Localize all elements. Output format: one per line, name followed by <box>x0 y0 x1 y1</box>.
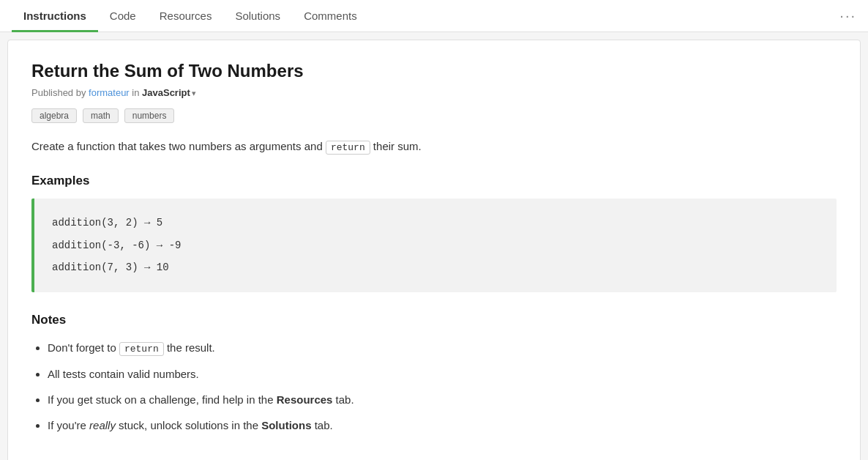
note-1-code: return <box>119 342 164 356</box>
note-item-3: If you get stuck on a challenge, find he… <box>48 390 837 409</box>
challenge-title: Return the Sum of Two Numbers <box>31 61 837 81</box>
note-item-1: Don't forget to return the result. <box>48 338 837 357</box>
example-line-3: addition(7, 3) → 10 <box>52 256 819 279</box>
description-start: Create a function that takes two numbers… <box>31 140 326 152</box>
description: Create a function that takes two numbers… <box>31 138 837 156</box>
tags-container: algebra math numbers <box>31 108 837 123</box>
note-4-suffix: tab. <box>312 419 333 431</box>
note-3-bold: Resources <box>277 393 333 406</box>
note-4-bold: Solutions <box>261 419 311 431</box>
description-end: their sum. <box>370 140 422 152</box>
tag-algebra[interactable]: algebra <box>31 108 77 123</box>
tag-math[interactable]: math <box>83 108 119 123</box>
language-dropdown-icon[interactable]: ▾ <box>192 89 196 97</box>
tab-solutions[interactable]: Solutions <box>223 1 292 32</box>
published-by: Published by formateur in JavaScript▾ <box>31 87 837 98</box>
main-content: Return the Sum of Two Numbers Published … <box>7 40 861 460</box>
note-3-prefix: If you get stuck on a challenge, find he… <box>48 393 277 406</box>
tab-comments[interactable]: Comments <box>292 1 369 32</box>
note-4-middle: stuck, unlock solutions in the <box>116 419 261 431</box>
notes-section: Notes Don't forget to return the result.… <box>31 313 837 434</box>
note-4-prefix: If you're <box>48 419 89 431</box>
note-1-suffix: the result. <box>164 341 215 354</box>
note-item-4: If you're really stuck, unlock solutions… <box>48 415 837 435</box>
published-prefix: Published by <box>31 87 89 98</box>
examples-block: addition(3, 2) → 5 addition(-3, -6) → -9… <box>31 199 837 292</box>
nav-bar: Instructions Code Resources Solutions Co… <box>0 0 868 32</box>
nav-tabs: Instructions Code Resources Solutions Co… <box>12 0 369 31</box>
notes-list: Don't forget to return the result. All t… <box>31 338 837 434</box>
language-label: JavaScript <box>142 87 190 98</box>
examples-heading: Examples <box>31 174 837 188</box>
example-line-1: addition(3, 2) → 5 <box>52 212 819 234</box>
tab-instructions[interactable]: Instructions <box>12 1 98 32</box>
note-1-prefix: Don't forget to <box>48 341 119 354</box>
note-3-suffix: tab. <box>332 393 353 406</box>
description-code: return <box>326 141 370 155</box>
note-2-text: All tests contain valid numbers. <box>48 368 199 380</box>
tab-resources[interactable]: Resources <box>148 1 224 32</box>
published-in: in <box>130 87 142 98</box>
note-4-italic: really <box>89 419 116 431</box>
notes-heading: Notes <box>31 313 837 327</box>
example-line-2: addition(-3, -6) → -9 <box>52 234 819 257</box>
note-item-2: All tests contain valid numbers. <box>48 364 837 384</box>
tab-code[interactable]: Code <box>98 1 148 32</box>
more-options-button[interactable]: ··· <box>839 7 856 24</box>
author-link[interactable]: formateur <box>89 87 130 98</box>
tag-numbers[interactable]: numbers <box>124 108 175 123</box>
